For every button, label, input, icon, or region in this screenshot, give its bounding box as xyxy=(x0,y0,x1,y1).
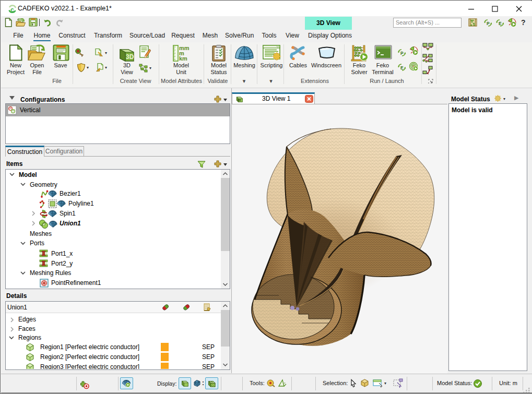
svg-text:3D: 3D xyxy=(237,99,241,102)
svg-text:P: P xyxy=(400,51,404,56)
svg-text:c: c xyxy=(10,6,14,14)
svg-text:km: km xyxy=(179,55,187,62)
svg-text:P: P xyxy=(487,21,490,26)
svg-text:E: E xyxy=(499,21,502,26)
svg-text:E: E xyxy=(400,65,404,70)
svg-text:3D: 3D xyxy=(126,53,134,61)
